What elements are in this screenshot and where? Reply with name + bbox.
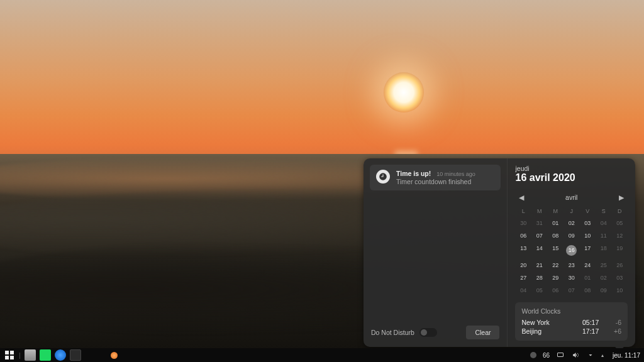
calendar-day[interactable]: 06 [515,230,531,241]
weekday-header: J [564,206,580,216]
calendar-day[interactable]: 03 [579,217,596,229]
calendar-day[interactable]: 10 [579,230,596,241]
calendar-day[interactable]: 14 [531,243,548,258]
notification-time: 10 minutes ago [436,171,475,177]
notifications-pane: Time is up! 10 minutes ago Timer countdo… [364,158,508,347]
taskbar: | 66 ▴ jeu. 11:17 [0,348,644,362]
tray-expand-icon[interactable]: ▴ [601,353,604,358]
world-clock-time: 05:17 [582,319,608,326]
calendar-day[interactable]: 19 [611,243,628,258]
calendar-day[interactable]: 04 [515,285,531,296]
taskbar-app-files[interactable] [25,349,36,361]
weekday-header: L [515,206,531,216]
calendar-day[interactable]: 12 [611,230,628,241]
calendar-day[interactable]: 15 [547,243,564,258]
status-dot-icon[interactable] [530,352,536,358]
calendar-day[interactable]: 30 [515,217,531,229]
dropdown-icon[interactable] [586,351,595,359]
dnd-label: Do Not Disturb [371,329,414,336]
calendar-day[interactable]: 17 [579,243,596,258]
calendar-day[interactable]: 30 [564,272,580,283]
calendar-day[interactable]: 03 [611,272,628,283]
prev-month-button[interactable]: ◀ [516,192,526,202]
calendar-day[interactable]: 09 [564,230,580,241]
calendar-day[interactable]: 09 [596,285,612,296]
calendar-day[interactable]: 24 [579,260,596,271]
dnd-toggle[interactable] [419,328,437,337]
calendar-day[interactable]: 05 [531,285,548,296]
world-clock-offset: -6 [608,319,621,326]
calendar-day[interactable]: 01 [579,272,596,283]
taskbar-app-terminal[interactable] [70,349,81,361]
calendar-day[interactable]: 04 [596,217,612,229]
notification-card[interactable]: Time is up! 10 minutes ago Timer countdo… [370,165,501,190]
calendar-day[interactable]: 02 [596,272,612,283]
workspace-icon[interactable] [556,351,565,359]
clear-button[interactable]: Clear [466,326,499,339]
calendar-pane: jeudi 16 avril 2020 ◀ avril ▶ LMMJVSD303… [508,158,635,347]
wallpaper-sun [384,72,424,112]
next-month-button[interactable]: ▶ [616,192,626,202]
calendar-day[interactable]: 05 [611,217,628,229]
notification-title: Time is up! [396,170,431,177]
taskbar-app-spotify[interactable] [40,349,51,361]
calendar-day[interactable]: 07 [531,230,548,241]
calendar-day[interactable]: 23 [564,260,580,271]
world-clock-row: New York05:17-6 [521,318,621,327]
clock-icon [376,170,390,184]
calendar-day[interactable]: 18 [596,243,612,258]
world-clock-city: New York [521,319,582,326]
weekday-header: M [547,206,564,216]
temperature-value[interactable]: 66 [543,352,550,359]
taskbar-app-browser[interactable] [55,349,66,361]
calendar-day[interactable]: 31 [531,217,548,229]
notification-message: Timer countdown finished [396,178,475,185]
taskbar-clock[interactable]: jeu. 11:17 [613,352,640,359]
dayname-label: jeudi [515,165,628,172]
calendar-day[interactable]: 22 [547,260,564,271]
weekday-header: V [579,206,596,216]
world-clock-city: Beijing [521,327,582,335]
calendar-day[interactable]: 01 [547,217,564,229]
calendar-day[interactable]: 07 [564,285,580,296]
calendar-day[interactable]: 27 [515,272,531,283]
calendar-day[interactable]: 06 [547,285,564,296]
world-clock-row: Beijing17:17+6 [521,327,621,336]
weekday-header: D [611,206,628,216]
calendar-day[interactable]: 08 [579,285,596,296]
svg-rect-0 [558,353,564,357]
calendar-day[interactable]: 29 [547,272,564,283]
weekday-header: M [531,206,548,216]
calendar-grid: LMMJVSD303101020304050607080910111213141… [515,206,628,296]
calendar-day[interactable]: 08 [547,230,564,241]
full-date: 16 avril 2020 [515,172,628,184]
calendar-day[interactable]: 02 [564,217,580,229]
calendar-day[interactable]: 13 [515,243,531,258]
calendar-day[interactable]: 26 [611,260,628,271]
volume-icon[interactable] [571,351,580,359]
taskbar-separator: | [19,352,21,359]
world-clocks-heading: World Clocks [521,307,621,315]
calendar-day[interactable]: 11 [596,230,612,241]
taskbar-indicator-icon [111,352,118,359]
calendar-day[interactable]: 21 [531,260,548,271]
month-label: avril [565,194,577,201]
calendar-day[interactable]: 28 [531,272,548,283]
world-clock-offset: +6 [608,327,621,335]
world-clocks[interactable]: World Clocks New York05:17-6Beijing17:17… [515,302,628,341]
calendar-day[interactable]: 25 [596,260,612,271]
weekday-header: S [596,206,612,216]
activities-button[interactable] [4,349,15,361]
calendar-day-today[interactable]: 16 [564,243,580,258]
calendar-day[interactable]: 20 [515,260,531,271]
calendar-day[interactable]: 10 [611,285,628,296]
world-clock-time: 17:17 [582,327,608,335]
calendar-popover: Time is up! 10 minutes ago Timer countdo… [364,158,635,347]
